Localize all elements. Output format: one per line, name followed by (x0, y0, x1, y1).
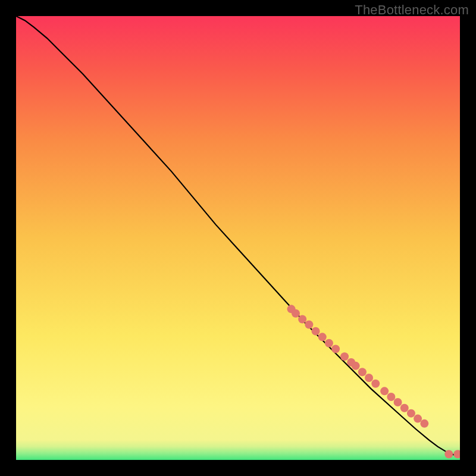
data-point (365, 374, 373, 382)
data-point (407, 409, 415, 418)
data-point (331, 345, 340, 353)
data-point (444, 450, 453, 458)
data-point (318, 333, 327, 341)
plot-background (16, 16, 460, 460)
chart-frame: TheBottleneck.com (0, 0, 476, 476)
data-point (358, 368, 367, 376)
data-point (400, 404, 409, 412)
data-point (380, 387, 389, 395)
data-point (414, 415, 422, 423)
data-point (340, 352, 349, 361)
chart-canvas (16, 16, 460, 460)
watermark-text: TheBottleneck.com (355, 2, 469, 18)
data-point (298, 315, 306, 324)
data-point (394, 398, 402, 406)
plot-area (16, 16, 460, 460)
data-point (387, 393, 395, 401)
data-point (292, 309, 300, 318)
data-point (420, 419, 428, 428)
data-point (352, 362, 360, 370)
data-point (305, 320, 313, 328)
data-point (312, 327, 320, 336)
data-point (325, 339, 333, 347)
data-point (371, 380, 380, 388)
